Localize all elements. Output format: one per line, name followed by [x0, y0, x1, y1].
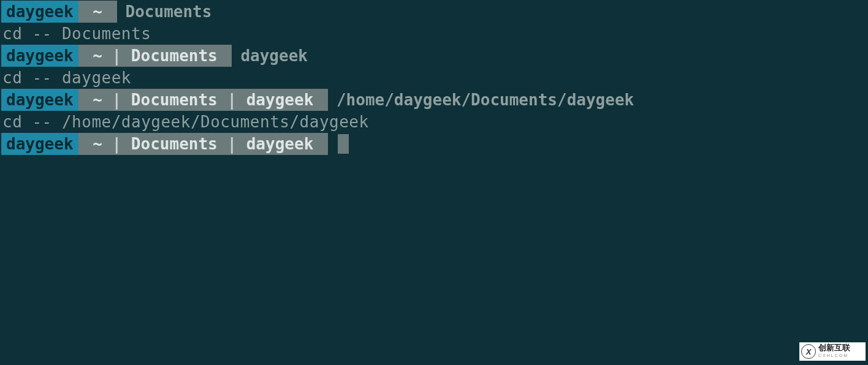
prompt-path-segment: ~ | Documents | daygeek: [78, 133, 328, 155]
command-input-text: /home/daygeek/Documents/daygeek: [328, 89, 634, 111]
terminal-line: daygeek ~ | Documents | daygeek /home/da…: [1, 89, 868, 111]
prompt-user-segment: daygeek: [1, 1, 78, 23]
prompt-path-segment: ~ | Documents | daygeek: [78, 89, 328, 111]
terminal-output-line: cd -- /home/daygeek/Documents/daygeek: [1, 111, 868, 133]
command-input-text: Documents: [117, 1, 212, 23]
prompt-path-segment: ~ | Documents: [78, 45, 232, 67]
watermark-logo-icon: X: [801, 344, 816, 359]
terminal-line: daygeek ~ Documents: [1, 1, 868, 23]
terminal-line: daygeek ~ | Documents | daygeek: [1, 133, 868, 155]
command-input-text: daygeek: [232, 45, 308, 67]
terminal-output-line: cd -- Documents: [1, 23, 868, 45]
prompt-user-segment: daygeek: [1, 45, 78, 67]
watermark-text: 创新互联 CXHLCOM: [818, 344, 850, 359]
terminal-window[interactable]: daygeek ~ Documents cd -- Documents dayg…: [0, 0, 868, 155]
prompt-path-segment: ~: [78, 1, 117, 23]
watermark-badge: X 创新互联 CXHLCOM: [799, 342, 866, 361]
terminal-cursor[interactable]: [338, 134, 349, 154]
terminal-output-line: cd -- daygeek: [1, 67, 868, 89]
prompt-user-segment: daygeek: [1, 89, 78, 111]
terminal-line: daygeek ~ | Documents daygeek: [1, 45, 868, 67]
prompt-user-segment: daygeek: [1, 133, 78, 155]
